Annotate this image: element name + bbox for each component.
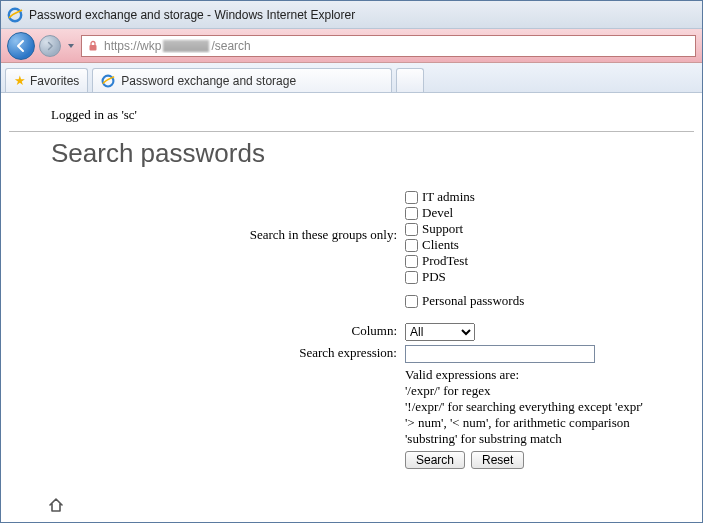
- address-bar[interactable]: https://wkp/search: [81, 35, 696, 57]
- back-button[interactable]: [7, 32, 35, 60]
- url-host-prefix: wkp: [140, 39, 161, 53]
- forward-button[interactable]: [39, 35, 61, 57]
- group-label: Support: [422, 221, 463, 237]
- group-checkbox-clients[interactable]: [405, 239, 418, 252]
- group-row: Support: [405, 221, 643, 237]
- hint-line: '!/expr/' for searching everything excep…: [405, 399, 643, 415]
- column-label: Column:: [51, 321, 401, 343]
- group-row: Personal passwords: [405, 293, 643, 309]
- tab-title: Password exchange and storage: [121, 74, 296, 88]
- page-title: Search passwords: [51, 138, 694, 169]
- search-expression-input[interactable]: [405, 345, 595, 363]
- column-select[interactable]: All: [405, 323, 475, 341]
- group-label: IT admins: [422, 189, 475, 205]
- reset-button[interactable]: Reset: [471, 451, 524, 469]
- home-icon[interactable]: [47, 496, 65, 514]
- favorites-label: Favorites: [30, 74, 79, 88]
- url-scheme: https://: [104, 39, 140, 53]
- group-checkbox-prodtest[interactable]: [405, 255, 418, 268]
- lock-icon: [86, 40, 100, 52]
- group-row: Devel: [405, 205, 643, 221]
- hint-line: Valid expressions are:: [405, 367, 643, 383]
- hint-line: 'substring' for substring match: [405, 431, 643, 447]
- ie-icon: [101, 74, 115, 88]
- group-checkbox-pds[interactable]: [405, 271, 418, 284]
- group-checkbox-devel[interactable]: [405, 207, 418, 220]
- group-checkbox-personal[interactable]: [405, 295, 418, 308]
- group-label: Devel: [422, 205, 453, 221]
- tab-active[interactable]: Password exchange and storage: [92, 68, 392, 92]
- expression-hints: Valid expressions are: '/expr/' for rege…: [401, 365, 647, 449]
- group-label: Clients: [422, 237, 459, 253]
- address-url: https://wkp/search: [104, 39, 251, 53]
- logged-in-status: Logged in as 'sc': [9, 103, 694, 129]
- svg-rect-1: [90, 45, 97, 51]
- group-row: PDS: [405, 269, 643, 285]
- navigation-bar: https://wkp/search: [1, 29, 702, 63]
- new-tab-button[interactable]: [396, 68, 424, 92]
- divider: [9, 131, 694, 132]
- url-path: /search: [211, 39, 250, 53]
- group-row: Clients: [405, 237, 643, 253]
- nav-history-dropdown[interactable]: [65, 33, 77, 59]
- group-checkbox-support[interactable]: [405, 223, 418, 236]
- hint-line: '/expr/' for regex: [405, 383, 643, 399]
- group-label: PDS: [422, 269, 446, 285]
- window-titlebar: Password exchange and storage - Windows …: [1, 1, 702, 29]
- hint-line: '> num', '< num', for arithmetic compari…: [405, 415, 643, 431]
- search-form: Search in these groups only: IT admins D…: [51, 187, 694, 471]
- group-row: IT admins: [405, 189, 643, 205]
- group-row: ProdTest: [405, 253, 643, 269]
- search-button[interactable]: Search: [405, 451, 465, 469]
- group-checkbox-it-admins[interactable]: [405, 191, 418, 204]
- window-title: Password exchange and storage - Windows …: [29, 8, 355, 22]
- group-label: Personal passwords: [422, 293, 524, 309]
- group-label: ProdTest: [422, 253, 468, 269]
- groups-label: Search in these groups only:: [51, 187, 401, 311]
- page-content: Logged in as 'sc' Search passwords Searc…: [1, 93, 702, 522]
- star-icon: ★: [14, 74, 26, 87]
- url-redacted: [163, 40, 209, 52]
- expression-label: Search expression:: [51, 343, 401, 365]
- tabs-bar: ★ Favorites Password exchange and storag…: [1, 63, 702, 93]
- favorites-button[interactable]: ★ Favorites: [5, 68, 88, 92]
- ie-icon: [7, 7, 23, 23]
